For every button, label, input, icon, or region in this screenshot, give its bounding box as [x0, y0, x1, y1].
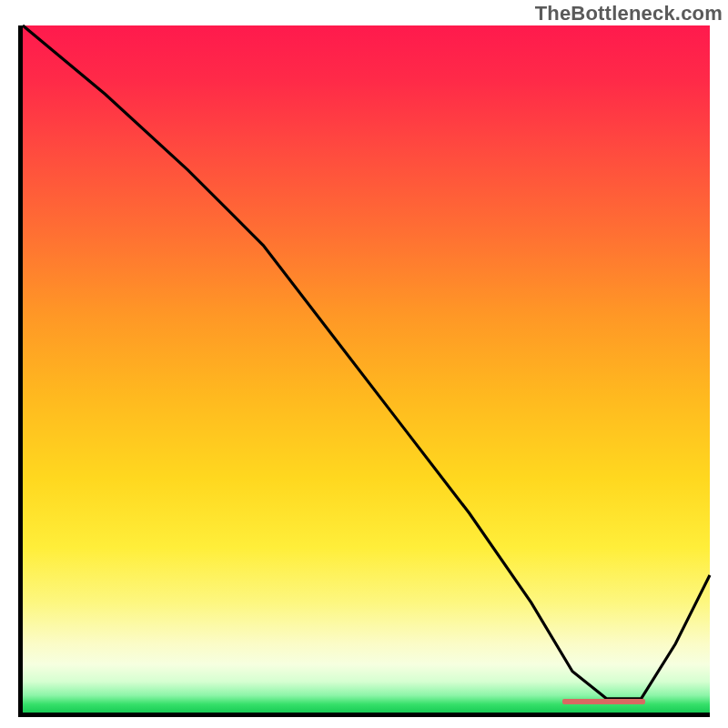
chart-container: TheBottleneck.com	[0, 0, 728, 728]
bottleneck-curve-path	[23, 25, 710, 699]
optimal-range-marker	[562, 699, 645, 704]
watermark-text: TheBottleneck.com	[535, 2, 723, 25]
line-curve	[23, 25, 710, 713]
plot-frame	[18, 25, 710, 717]
